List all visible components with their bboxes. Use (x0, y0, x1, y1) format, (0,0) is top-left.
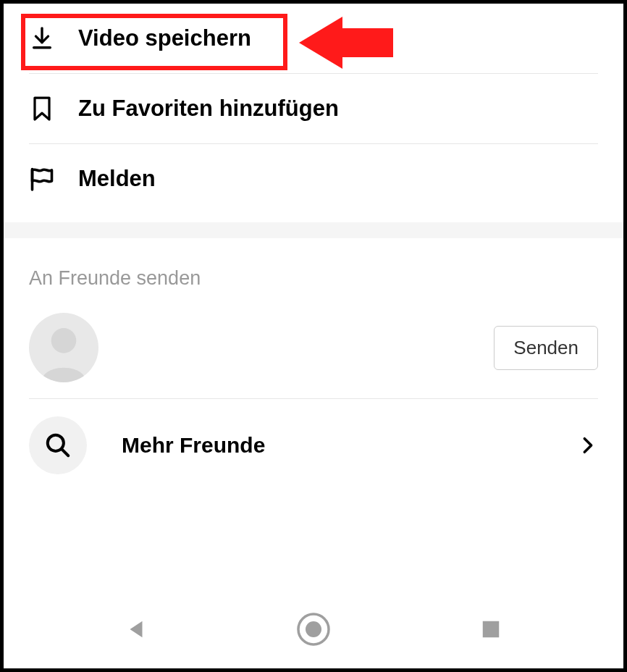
more-friends-label: Mehr Freunde (122, 433, 543, 458)
flag-icon (29, 166, 55, 192)
svg-point-6 (306, 621, 321, 637)
home-button[interactable] (293, 609, 334, 650)
chevron-right-icon (578, 435, 598, 455)
navigation-bar (4, 590, 623, 668)
send-friends-title: An Freunde senden (4, 238, 623, 310)
save-video-label: Video speichern (78, 25, 251, 51)
avatar (29, 313, 98, 382)
svg-point-2 (51, 328, 77, 353)
download-icon (29, 25, 55, 51)
svg-line-4 (62, 449, 69, 456)
bookmark-icon (29, 96, 55, 122)
report-label: Melden (78, 166, 156, 192)
add-favorites-label: Zu Favoriten hinzufügen (78, 96, 339, 122)
report-item[interactable]: Melden (4, 144, 623, 214)
recent-apps-button[interactable] (471, 609, 511, 650)
back-button[interactable] (116, 609, 156, 650)
svg-rect-7 (483, 621, 500, 638)
search-circle (29, 416, 87, 474)
send-button[interactable]: Senden (494, 326, 598, 370)
friend-row[interactable]: Senden (4, 310, 623, 398)
save-video-item[interactable]: Video speichern (4, 4, 623, 73)
section-separator (4, 222, 623, 238)
more-friends-item[interactable]: Mehr Freunde (4, 399, 623, 492)
add-favorites-item[interactable]: Zu Favoriten hinzufügen (4, 74, 623, 143)
